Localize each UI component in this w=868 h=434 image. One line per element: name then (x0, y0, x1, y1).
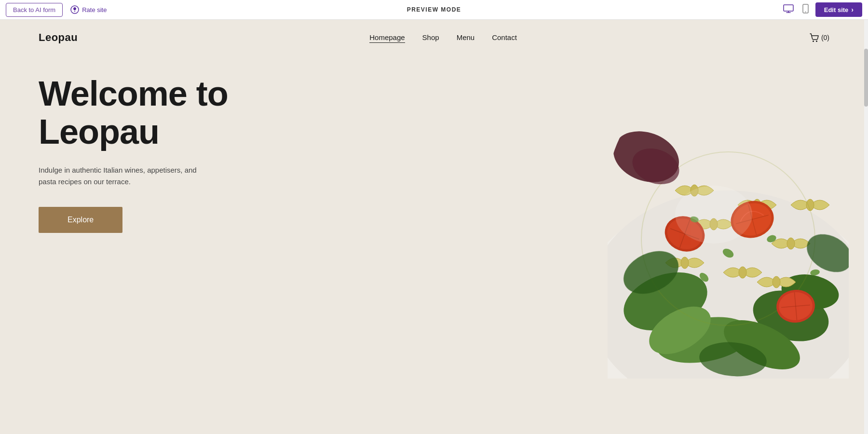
nav-item-menu[interactable]: Menu (457, 33, 475, 42)
site-logo: Leopau (39, 31, 78, 44)
explore-button[interactable]: Explore (39, 207, 122, 233)
hero-food-image (608, 70, 849, 379)
svg-point-4 (805, 11, 806, 12)
svg-point-5 (813, 41, 814, 42)
nav-link-homepage[interactable]: Homepage (369, 33, 405, 43)
nav-link-shop[interactable]: Shop (422, 33, 439, 41)
svg-point-41 (675, 186, 752, 244)
svg-point-19 (739, 267, 746, 278)
nav-item-homepage[interactable]: Homepage (369, 33, 405, 42)
preview-mode-label: PREVIEW MODE (407, 6, 461, 13)
nav-item-contact[interactable]: Contact (492, 33, 517, 42)
hero-subtitle: Indulge in authentic Italian wines, appe… (39, 164, 203, 188)
svg-rect-2 (784, 5, 793, 11)
chevron-right-icon: › (851, 6, 854, 14)
desktop-view-button[interactable] (781, 2, 796, 17)
hero-title: Welcome to Leopau (39, 75, 309, 151)
hero-text: Welcome to Leopau Indulge in authentic I… (39, 75, 309, 233)
nav-links: Homepage Shop Menu Contact (369, 33, 517, 42)
svg-point-17 (787, 238, 795, 249)
toolbar-right: Edit site › (781, 2, 862, 18)
preview-area: Leopau Homepage Shop Menu Contact (0) (0, 20, 868, 434)
svg-point-18 (681, 257, 689, 269)
toolbar-left: Back to AI form Rate site (6, 3, 107, 17)
site-nav: Leopau Homepage Shop Menu Contact (0) (0, 20, 868, 55)
nav-link-contact[interactable]: Contact (492, 33, 517, 41)
toolbar: Back to AI form Rate site PREVIEW MODE (0, 0, 868, 20)
svg-point-1 (74, 11, 75, 12)
cart-count: (0) (821, 34, 829, 41)
edit-site-button[interactable]: Edit site › (815, 2, 862, 17)
nav-link-menu[interactable]: Menu (457, 33, 475, 41)
rate-site-button[interactable]: Rate site (70, 5, 107, 14)
back-to-form-button[interactable]: Back to AI form (6, 3, 63, 17)
rate-site-label: Rate site (82, 6, 107, 14)
mobile-view-button[interactable] (800, 2, 811, 18)
svg-point-22 (773, 276, 780, 288)
edit-site-label: Edit site (824, 6, 849, 14)
rate-icon (70, 5, 79, 14)
hero-section: Welcome to Leopau Indulge in authentic I… (0, 55, 868, 233)
cart-button[interactable]: (0) (809, 32, 829, 43)
svg-point-6 (816, 41, 817, 42)
nav-item-shop[interactable]: Shop (422, 33, 439, 42)
